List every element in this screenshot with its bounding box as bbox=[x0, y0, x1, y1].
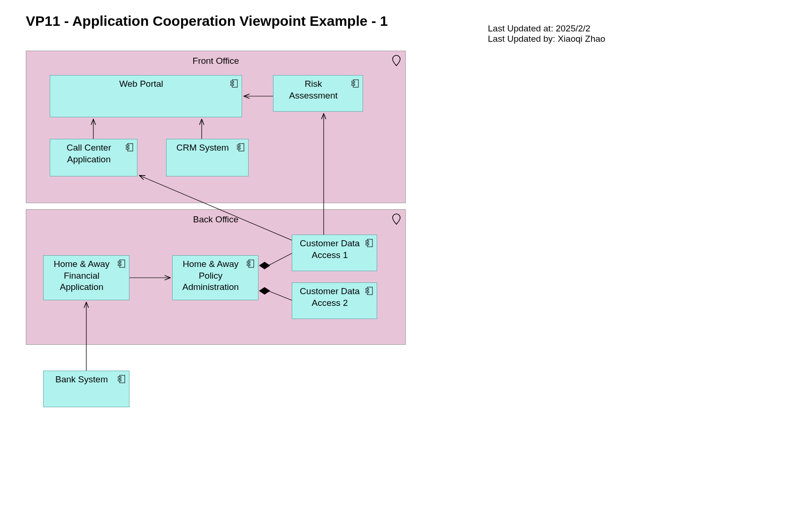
node-ha-policy: Home & Away Policy Administration bbox=[172, 255, 258, 300]
svg-rect-26 bbox=[118, 380, 121, 381]
svg-rect-24 bbox=[120, 375, 125, 383]
diagram-canvas: VP11 - Application Cooperation Viewpoint… bbox=[0, 0, 789, 532]
node-ha-financial-label: Home & Away Financial Application bbox=[47, 258, 116, 293]
node-bank-system: Bank System bbox=[43, 371, 129, 407]
node-crm-system: CRM System bbox=[166, 139, 249, 176]
svg-rect-5 bbox=[351, 84, 355, 85]
svg-rect-18 bbox=[367, 239, 372, 247]
node-call-center-label: Call Center Application bbox=[54, 142, 124, 165]
svg-rect-12 bbox=[120, 260, 125, 267]
group-front-office: Front Office bbox=[26, 51, 406, 203]
node-call-center: Call Center Application bbox=[50, 139, 137, 176]
node-ha-financial: Home & Away Financial Application bbox=[43, 255, 129, 300]
node-risk-assessment-label: Risk Assessment bbox=[277, 78, 349, 101]
component-icon bbox=[247, 259, 254, 268]
node-cust-data-2: Customer Data Access 2 bbox=[292, 282, 377, 319]
svg-rect-4 bbox=[351, 81, 355, 83]
component-icon bbox=[118, 259, 125, 268]
svg-rect-1 bbox=[230, 81, 234, 83]
svg-rect-25 bbox=[118, 377, 121, 378]
svg-rect-6 bbox=[128, 144, 133, 151]
node-ha-policy-label: Home & Away Policy Administration bbox=[176, 258, 245, 293]
component-icon bbox=[230, 79, 238, 88]
node-crm-system-label: CRM System bbox=[170, 142, 235, 154]
svg-rect-7 bbox=[126, 145, 129, 146]
node-cust-data-2-label: Customer Data Access 2 bbox=[296, 286, 364, 309]
svg-rect-15 bbox=[249, 260, 254, 267]
svg-rect-14 bbox=[118, 264, 121, 266]
page-title: VP11 - Application Cooperation Viewpoint… bbox=[26, 13, 388, 29]
group-back-office-label: Back Office bbox=[26, 214, 405, 225]
svg-rect-13 bbox=[118, 261, 121, 263]
svg-rect-22 bbox=[365, 289, 369, 290]
location-icon bbox=[392, 213, 401, 225]
meta-block: Last Updated at: 2025/2/2 Last Updated b… bbox=[488, 23, 605, 44]
svg-rect-20 bbox=[365, 243, 369, 245]
component-icon bbox=[365, 287, 373, 295]
svg-rect-10 bbox=[237, 145, 240, 146]
svg-rect-0 bbox=[232, 80, 237, 87]
meta-updated-by: Last Updated by: Xiaoqi Zhao bbox=[488, 34, 605, 44]
component-icon bbox=[351, 79, 359, 88]
svg-rect-23 bbox=[365, 291, 369, 293]
component-icon bbox=[126, 143, 133, 152]
svg-rect-21 bbox=[367, 287, 372, 295]
node-cust-data-1-label: Customer Data Access 1 bbox=[296, 238, 364, 261]
component-icon bbox=[365, 239, 373, 247]
node-cust-data-1: Customer Data Access 1 bbox=[292, 235, 377, 271]
node-web-portal: Web Portal bbox=[50, 75, 242, 117]
svg-rect-11 bbox=[237, 148, 240, 149]
svg-rect-9 bbox=[239, 144, 244, 151]
svg-rect-19 bbox=[365, 241, 369, 242]
svg-rect-16 bbox=[247, 261, 250, 263]
node-web-portal-label: Web Portal bbox=[54, 78, 228, 90]
node-risk-assessment: Risk Assessment bbox=[273, 75, 363, 112]
node-bank-system-label: Bank System bbox=[47, 374, 116, 386]
svg-rect-3 bbox=[353, 80, 358, 87]
component-icon bbox=[237, 143, 244, 152]
meta-updated-at: Last Updated at: 2025/2/2 bbox=[488, 23, 605, 34]
svg-rect-8 bbox=[126, 148, 129, 149]
svg-rect-17 bbox=[247, 264, 250, 266]
component-icon bbox=[118, 375, 125, 383]
group-front-office-label: Front Office bbox=[26, 56, 405, 66]
svg-rect-2 bbox=[230, 84, 234, 85]
location-icon bbox=[392, 55, 401, 66]
